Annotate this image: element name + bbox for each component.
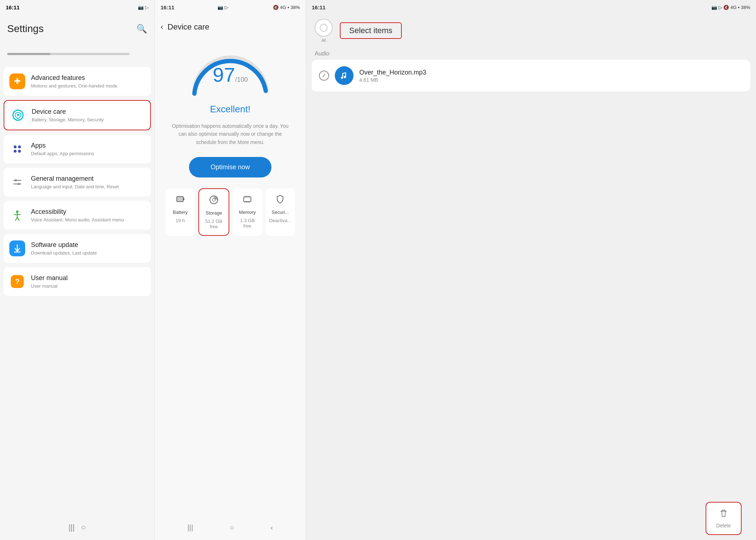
dc-cards: Battery 19 h Storage 51.2 GB free (162, 188, 298, 236)
select-panel: 16:11 📷 ▷ 🔇 4G ▪ 38% All Select items Au… (306, 0, 756, 540)
svg-point-10 (16, 211, 19, 213)
apps-desc: Default apps, App permissions (31, 151, 145, 156)
svg-point-34 (339, 71, 349, 80)
settings-item-advanced-features[interactable]: ✚ Advanced features Motions and gestures… (4, 67, 151, 96)
svg-rect-21 (177, 197, 183, 201)
user-manual-name: User manual (31, 274, 145, 282)
memory-icon (242, 194, 252, 207)
user-manual-desc: User manual (31, 283, 145, 289)
advanced-features-desc: Motions and gestures, One-handed mode (31, 83, 145, 89)
sel-status-bar: 16:11 📷 ▷ 🔇 4G ▪ 38% (306, 0, 756, 14)
settings-item-software-update[interactable]: Software update Download updates, Last u… (4, 234, 151, 263)
storage-name: Storage (206, 210, 222, 216)
dc-time: 16:11 (161, 4, 174, 10)
dc-nav-recent-icon[interactable]: ||| (188, 523, 193, 532)
device-care-name: Device care (32, 108, 144, 116)
sel-time: 16:11 (312, 4, 325, 10)
storage-icon (209, 195, 219, 207)
settings-item-accessibility[interactable]: Accessibility Voice Assistant, Mono audi… (4, 201, 151, 230)
software-update-icon (9, 240, 25, 256)
security-icon (275, 194, 285, 207)
svg-rect-20 (183, 198, 184, 200)
memory-card[interactable]: Memory 1.3 GB free (233, 188, 262, 236)
scroll-thumb[interactable] (7, 53, 50, 55)
memory-name: Memory (239, 210, 256, 215)
check-mark: ✓ (322, 73, 326, 78)
select-all-label: All (321, 38, 326, 42)
select-all-button[interactable] (315, 19, 333, 37)
search-icon[interactable]: 🔍 (136, 24, 147, 34)
dc-nav-back-icon[interactable]: ‹ (271, 523, 273, 532)
select-items-box: Select items (340, 22, 402, 39)
apps-text: Apps Default apps, App permissions (31, 142, 145, 156)
dc-description: Optimisation happens automatically once … (162, 115, 298, 153)
device-care-panel: 16:11 📷 ▷ 🔇 4G ▪ 38% ‹ Device care 97/10… (155, 0, 306, 540)
battery-value: 19 h (176, 218, 185, 223)
svg-point-33 (320, 24, 327, 31)
gauge-score-number: 97 (213, 63, 235, 86)
dc-title: Device care (167, 22, 209, 32)
audio-item-row[interactable]: ✓ Over_the_Horizon.mp3 4.61 MB (312, 60, 750, 91)
software-update-name: Software update (31, 241, 145, 249)
settings-item-general-management[interactable]: General management Language and input, D… (4, 168, 151, 197)
battery-card[interactable]: Battery 19 h (166, 188, 195, 236)
svg-point-8 (15, 179, 17, 181)
security-card[interactable]: Securi... Deactiva... (266, 188, 295, 236)
general-management-icon (9, 174, 25, 190)
svg-point-23 (212, 198, 215, 201)
settings-status-bar: 16:11 📷 ▷ (0, 0, 154, 14)
dc-header: ‹ Device care (155, 14, 306, 40)
accessibility-icon (9, 207, 25, 223)
delete-label: Delete (716, 523, 731, 528)
device-care-icon (10, 107, 26, 123)
accessibility-name: Accessibility (31, 208, 145, 216)
settings-header: Settings 🔍 (0, 14, 154, 43)
accessibility-text: Accessibility Voice Assistant, Mono audi… (31, 208, 145, 222)
dc-content: 97/100 Excellent! Optimisation happens a… (155, 40, 306, 515)
svg-point-9 (18, 183, 20, 185)
settings-time: 16:11 (6, 4, 19, 10)
scroll-track (7, 53, 130, 55)
select-items-title: Select items (349, 26, 392, 35)
settings-item-user-manual[interactable]: ? User manual User manual (4, 267, 151, 296)
device-care-desc: Battery, Storage, Memory, Security (32, 117, 144, 122)
svg-point-5 (18, 150, 21, 153)
gauge-score: 97/100 (213, 65, 248, 85)
audio-file-size: 4.61 MB (359, 77, 743, 83)
settings-bottom-nav: ||| ○ (0, 515, 154, 540)
svg-point-1 (17, 114, 19, 116)
audio-category-label: Audio (306, 47, 756, 60)
storage-value: 51.2 GB free (202, 219, 225, 229)
accessibility-desc: Voice Assistant, Mono audio, Assistant m… (31, 217, 145, 222)
svg-point-35 (341, 77, 343, 79)
delete-button[interactable]: Delete (706, 502, 742, 535)
optimise-now-button[interactable]: Optimise now (189, 157, 271, 177)
dc-status-bar: 16:11 📷 ▷ 🔇 4G ▪ 38% (155, 0, 306, 14)
storage-card[interactable]: Storage 51.2 GB free (198, 188, 229, 236)
dc-back-button[interactable]: ‹ (161, 22, 163, 32)
settings-title: Settings (7, 23, 44, 35)
audio-file-icon (335, 66, 354, 85)
svg-line-13 (15, 217, 17, 220)
settings-item-apps[interactable]: Apps Default apps, App permissions (4, 135, 151, 163)
memory-value: 1.3 GB free (236, 218, 259, 229)
svg-point-4 (14, 150, 17, 153)
item-checkbox[interactable]: ✓ (319, 71, 329, 81)
svg-line-14 (17, 217, 19, 220)
settings-item-device-care[interactable]: Device care Battery, Storage, Memory, Se… (4, 100, 151, 130)
dc-nav-home-icon[interactable]: ○ (230, 523, 234, 532)
delete-icon (719, 508, 729, 521)
general-management-name: General management (31, 175, 145, 183)
software-update-desc: Download updates, Last update (31, 250, 145, 256)
gauge-label: Excellent! (210, 104, 251, 115)
gauge-container: 97/100 (187, 47, 274, 97)
battery-name: Battery (173, 210, 188, 215)
svg-point-3 (18, 145, 21, 148)
sel-header: All Select items (306, 14, 756, 47)
svg-point-36 (344, 76, 346, 78)
general-management-desc: Language and input, Date and time, Reset (31, 184, 145, 189)
advanced-features-name: Advanced features (31, 74, 145, 82)
apps-icon (9, 141, 25, 157)
audio-file-name: Over_the_Horizon.mp3 (359, 69, 743, 76)
general-management-text: General management Language and input, D… (31, 175, 145, 189)
